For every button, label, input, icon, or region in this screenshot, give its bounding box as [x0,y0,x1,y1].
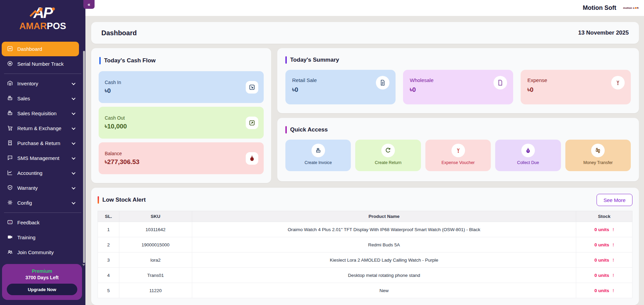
money-transfer-icon [591,144,605,157]
low-stock-title: Low Stock Alert [98,196,146,204]
accent-bar [285,56,287,64]
sidebar-scrollbar[interactable] [83,51,85,263]
quick-access-panel: Quick Access Create Invoice Create Retur… [277,118,639,181]
sidebar-nav: Dashboard Serial Number Track Inventory … [0,42,85,260]
sidebar-item-config[interactable]: Config [2,196,79,210]
cash-out-label: Cash Out [105,115,127,121]
column-header-product: Product Name [192,211,576,222]
collect-due-icon: $ [521,144,535,157]
sidebar-item-join-community[interactable]: Join Community [2,245,79,260]
low-stock-table: SL. SKU Product Name Stock 1 10311642 Or… [98,211,632,298]
company-logo-icon: motion sft [623,6,639,9]
balance-label: Balance [105,151,139,156]
sidebar-item-warranty[interactable]: Warranty [2,181,79,195]
sidebar-item-inventory[interactable]: Inventory [2,76,79,91]
main-area: Motion Soft motion sft Dashboard 13 Nove… [85,0,644,305]
create-invoice-icon [311,144,325,157]
create-invoice-label: Create Invoice [285,160,351,165]
warning-icon: ! [612,242,614,247]
chevron-down-icon [72,156,75,159]
cash-in-icon [246,81,258,94]
expense-voucher-button[interactable]: Expense Voucher [425,140,491,171]
table-row[interactable]: 1 10311642 Oraimo Watch 4 Plus 2.01" TFT… [98,222,632,237]
brand-monogram-icon: AP [33,5,52,20]
collect-due-label: Collect Due [495,160,561,165]
upgrade-now-button[interactable]: Upgrade Now [7,284,77,295]
balance-value: ৳277,306.53 [105,158,139,166]
sidebar-item-sales[interactable]: Sales [2,91,79,106]
wholesale-label: Wholesale [410,77,506,83]
sidebar-item-training[interactable]: Training [2,230,79,245]
cell-stock: 0 units! [576,252,632,268]
retail-sale-card[interactable]: Retail Sale ৳0 [285,70,396,104]
balance-card[interactable]: Balance ৳277,306.53 [99,142,264,174]
cash-out-value: ৳10,000 [105,123,127,130]
sidebar-item-sms-management[interactable]: SMS Management [2,151,79,165]
page-title: Dashboard [101,29,137,37]
sidebar-divider [4,74,81,74]
sidebar: AP AMARPOS Dashboard Serial Number Track… [0,0,85,305]
see-more-button[interactable]: See More [597,194,632,206]
dashboard-icon [7,46,13,53]
cell-product: Kieslect Lora 2 AMOLED Lady Calling Watc… [192,252,576,268]
table-row[interactable]: 2 19000015000 Redmi Buds 5A 0 units! [98,237,632,252]
cash-flow-panel: Today's Cash Flow Cash In ৳0 Cash Out ৳1… [91,48,271,183]
table-row[interactable]: 3 lora2 Kieslect Lora 2 AMOLED Lady Call… [98,252,632,268]
money-transfer-label: Money Transfer [565,160,631,165]
create-return-button[interactable]: Create Return [355,140,421,171]
money-transfer-button[interactable]: Money Transfer [565,140,631,171]
sidebar-item-sales-requisition[interactable]: Sales Requisition [2,106,79,121]
column-header-sl: SL. [98,211,119,222]
sidebar-item-dashboard[interactable]: Dashboard [2,42,79,56]
retail-sale-value: ৳0 [292,86,389,94]
cell-sl: 1 [98,222,119,237]
sidebar-item-accounting[interactable]: Accounting [2,166,79,180]
right-column: Today's Summary Retail Sale ৳0 Wholesale… [277,48,639,181]
cell-sl: 4 [98,268,119,283]
expense-icon [611,76,625,89]
expense-voucher-icon [451,144,465,157]
sidebar-item-purchase-return[interactable]: Purchase & Return [2,136,79,150]
table-row[interactable]: 5 11220 New 0 units! [98,283,632,298]
sidebar-item-feedback[interactable]: Feedback [2,215,79,230]
chevron-down-icon [72,141,75,144]
summary-title: Today's Summary [285,56,631,64]
low-stock-header: Low Stock Alert See More [98,194,632,206]
page-date: 13 November 2025 [578,29,629,36]
sidebar-collapse-button[interactable]: « [83,0,95,9]
dashboard-top-row: Today's Cash Flow Cash In ৳0 Cash Out ৳1… [91,48,639,183]
cash-out-icon [246,117,258,129]
cell-sku: 19000015000 [119,237,192,252]
envelope-icon [7,219,13,226]
serial-number-icon [7,61,13,67]
cell-sl: 2 [98,237,119,252]
create-return-label: Create Return [355,160,421,165]
warning-icon: ! [612,227,614,232]
inventory-icon [7,80,13,87]
logo-dot [635,7,637,9]
wholesale-icon [494,76,507,89]
table-row[interactable]: 4 Trans01 Desktop metal rotating phone s… [98,268,632,283]
chevron-down-icon [72,200,75,204]
cash-flow-title: Today's Cash Flow [99,57,264,64]
cell-sku: 11220 [119,283,192,298]
collect-due-button[interactable]: $ Collect Due [495,140,561,171]
sidebar-scroll-down-arrow[interactable] [82,264,85,266]
chevron-down-icon [72,111,75,115]
create-invoice-button[interactable]: Create Invoice [285,140,351,171]
chevron-down-icon [72,96,75,100]
cash-out-card[interactable]: Cash Out ৳10,000 [99,107,264,139]
cash-in-card[interactable]: Cash In ৳0 [99,71,264,103]
sidebar-item-return-exchange[interactable]: Return & Exchange [2,121,79,136]
content: Dashboard 13 November 2025 Today's Cash … [85,16,644,305]
shield-icon [7,185,13,191]
cell-sku: 10311642 [119,222,192,237]
topbar: Motion Soft motion sft [85,0,644,16]
video-camera-icon [7,234,13,241]
expense-voucher-label: Expense Voucher [425,160,491,165]
sidebar-item-serial-number-track[interactable]: Serial Number Track [2,57,79,71]
expense-card[interactable]: Expense ৳0 [521,70,631,104]
cell-sku: lora2 [119,252,192,268]
chevron-down-icon [72,126,75,129]
wholesale-card[interactable]: Wholesale ৳0 [403,70,513,104]
